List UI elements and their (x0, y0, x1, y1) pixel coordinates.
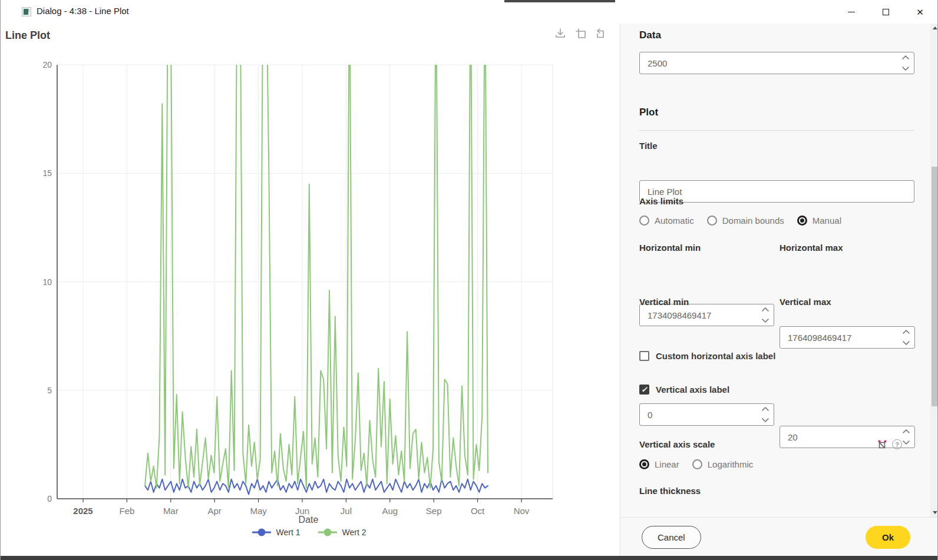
vertical-axis-scale-label: Vertical axis scale (639, 439, 914, 449)
section-heading-data: Data (639, 29, 914, 41)
window-title: Dialog - 4:38 - Line Plot (37, 6, 129, 16)
cancel-button[interactable]: Cancel (642, 526, 701, 549)
svg-text:Jul: Jul (341, 506, 352, 516)
horizontal-min-label: Horizontal min (639, 243, 774, 253)
svg-text:0: 0 (47, 494, 52, 503)
horizontal-max-spinner[interactable] (902, 329, 910, 346)
radio-circle-icon (692, 459, 702, 469)
vertical-min-field (639, 403, 774, 426)
svg-text:5: 5 (47, 386, 52, 395)
spinner-down-icon[interactable] (761, 318, 769, 323)
titlebar: Dialog - 4:38 - Line Plot ✕ (1, 0, 937, 24)
radio-manual[interactable]: Manual (797, 216, 841, 226)
radio-linear[interactable]: Linear (639, 459, 679, 469)
plot-area: Line Plot 2025FebMarAprMayJunJulAugSepOc… (1, 0, 616, 556)
vertical-axis-label-text: Vertical axis label (656, 385, 729, 395)
spinner-up-icon[interactable] (902, 429, 910, 434)
dialog-footer: Cancel Ok (620, 517, 938, 556)
rows-input[interactable] (639, 52, 914, 74)
minimize-button[interactable] (837, 0, 865, 24)
spinner-up-icon[interactable] (761, 307, 769, 312)
radio-circle-icon (707, 216, 717, 226)
close-icon: ✕ (916, 8, 924, 16)
minimize-icon (848, 12, 855, 12)
ok-button[interactable]: Ok (866, 526, 910, 549)
svg-text:Apr: Apr (208, 506, 222, 516)
svg-text:May: May (250, 506, 267, 516)
legend-item-wert2[interactable]: Wert 2 (317, 528, 366, 537)
radio-manual-label: Manual (813, 216, 841, 226)
background-window-edge (504, 0, 615, 2)
section-divider (639, 130, 914, 131)
radio-logarithmic-label: Logarithmic (708, 459, 754, 469)
spinner-up-icon[interactable] (761, 406, 769, 412)
horizontal-max-field (780, 326, 915, 349)
radio-circle-icon (639, 216, 649, 226)
svg-text:10: 10 (42, 277, 52, 287)
radio-logarithmic[interactable]: Logarithmic (692, 459, 754, 469)
svg-text:Sep: Sep (426, 506, 442, 516)
rows-spinner[interactable] (901, 55, 910, 71)
vertical-max-label: Vertical max (780, 297, 915, 307)
dialog-window: Dialog - 4:38 - Line Plot ✕ Line Plot (0, 0, 938, 560)
title-label: Title (639, 141, 914, 151)
checkbox-unchecked-icon (639, 351, 649, 361)
section-heading-plot: Plot (639, 107, 914, 118)
horizontal-min-spinner[interactable] (761, 307, 769, 323)
svg-text:Aug: Aug (382, 506, 398, 516)
horizontal-min-input[interactable] (639, 304, 774, 326)
svg-text:Nov: Nov (514, 506, 530, 516)
spinner-up-icon[interactable] (901, 55, 910, 60)
close-button[interactable]: ✕ (906, 0, 934, 24)
legend-marker-wert1 (251, 528, 272, 536)
vertical-min-label: Vertical min (639, 297, 774, 307)
settings-panel: Data Plot Title Axis limits Automatic (620, 24, 938, 556)
svg-text:15: 15 (42, 168, 52, 178)
vertical-axis-label-checkbox[interactable]: ✓ Vertical axis label (639, 385, 914, 395)
legend-label-wert1: Wert 1 (276, 528, 300, 537)
checkbox-checked-icon: ✓ (639, 385, 649, 395)
spinner-down-icon[interactable] (902, 340, 910, 346)
scroll-up-icon[interactable] (930, 24, 938, 32)
vertical-axis-scale-icons: ? (877, 439, 902, 449)
spinner-down-icon[interactable] (761, 417, 769, 423)
maximize-button[interactable] (872, 0, 900, 24)
custom-horizontal-axis-label-text: Custom horizontal axis label (656, 351, 775, 361)
horizontal-max-label: Horizontal max (780, 243, 915, 253)
line-thickness-label: Line thickness (639, 486, 914, 496)
panel-scrollbar[interactable] (930, 24, 938, 517)
spinner-down-icon[interactable] (901, 66, 910, 71)
legend-label-wert2: Wert 2 (342, 528, 366, 537)
svg-text:Mar: Mar (163, 506, 179, 516)
spinner-up-icon[interactable] (902, 329, 910, 334)
rows-field (639, 52, 914, 74)
radio-linear-label: Linear (655, 459, 679, 469)
horizontal-min-field (639, 304, 774, 326)
radio-domain-bounds[interactable]: Domain bounds (707, 216, 784, 226)
settings-scroll-region: Data Plot Title Axis limits Automatic (620, 24, 938, 517)
maximize-icon (883, 9, 889, 15)
radio-selected-icon (797, 216, 807, 226)
help-icon[interactable]: ? (892, 439, 902, 449)
radio-automatic[interactable]: Automatic (639, 216, 694, 226)
svg-text:Date: Date (299, 515, 319, 525)
horizontal-max-input[interactable] (780, 326, 915, 349)
legend-marker-wert2 (317, 528, 338, 536)
scrollbar-thumb[interactable] (932, 167, 938, 406)
vertical-min-input[interactable] (639, 403, 774, 426)
line-chart[interactable]: 2025FebMarAprMayJunJulAugSepOctNov051015… (1, 0, 616, 556)
radio-selected-icon (639, 459, 649, 469)
background-taskbar-edge (1, 556, 937, 560)
flow-variable-icon[interactable] (877, 439, 887, 449)
scale-radio-group: Linear Logarithmic (639, 459, 914, 469)
svg-text:20: 20 (42, 60, 52, 69)
axis-limits-label: Axis limits (639, 196, 914, 206)
svg-text:2025: 2025 (73, 506, 93, 516)
custom-horizontal-axis-label-checkbox[interactable]: Custom horizontal axis label (639, 351, 914, 361)
legend-item-wert1[interactable]: Wert 1 (251, 528, 300, 537)
dialog-icon (22, 7, 31, 16)
radio-automatic-label: Automatic (655, 216, 694, 226)
vertical-min-spinner[interactable] (761, 406, 769, 423)
svg-text:Oct: Oct (471, 506, 485, 516)
scroll-down-icon[interactable] (930, 508, 938, 517)
